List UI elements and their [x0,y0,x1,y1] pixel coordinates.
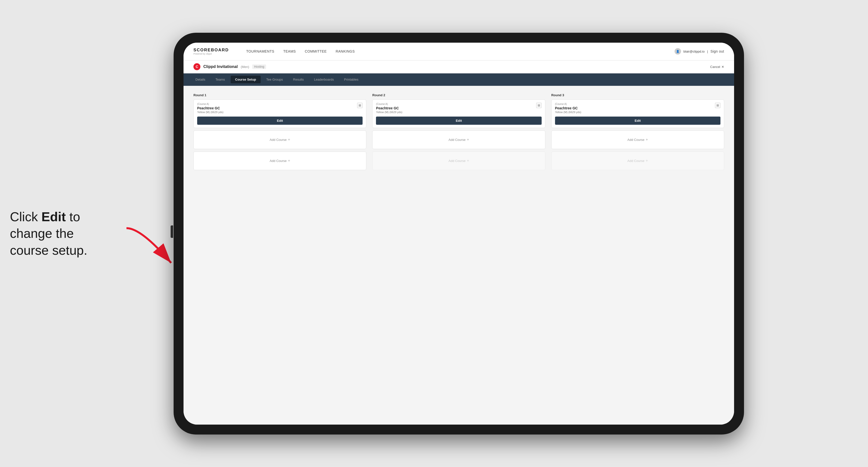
round-2-course-details: Yellow (M) (6629 yds) [376,111,536,114]
round-1-delete-button[interactable]: ⊞ [357,103,363,108]
user-email: blair@clippd.io [683,50,705,53]
round-1-add-course-2[interactable]: Add Course + [193,152,366,170]
nav-links: TOURNAMENTS TEAMS COMMITTEE RANKINGS [246,49,662,53]
separator: | [707,50,708,53]
round-2-card-header: (Course A) Peachtree GC Yellow (M) (6629… [376,103,541,114]
nav-teams[interactable]: TEAMS [283,49,296,53]
round-1-course-name: Peachtree GC [197,106,357,110]
plus-icon-2: + [288,158,290,163]
cancel-button[interactable]: Cancel ✕ [710,65,724,69]
round-3-delete-button[interactable]: ⊞ [715,103,720,108]
tab-course-setup[interactable]: Course Setup [230,75,261,83]
plus-icon-5: + [646,137,648,142]
tab-results[interactable]: Results [289,75,308,83]
round-2-add-text-2: Add Course + [448,158,469,163]
cancel-label: Cancel [710,65,720,69]
scoreboard-logo: SCOREBOARD [193,48,229,53]
nav-committee[interactable]: COMMITTEE [305,49,327,53]
round-2-course-card: (Course A) Peachtree GC Yellow (M) (6629… [372,99,545,128]
tablet-device: SCOREBOARD Powered by clippd TOURNAMENTS… [174,33,744,435]
round-1-add-course-1[interactable]: Add Course + [193,130,366,149]
tournament-title-area: C Clippd Invitational (Men) Hosting [193,63,266,70]
clippd-logo: C [193,63,200,70]
tab-bar: Details Teams Course Setup Tee Groups Re… [184,73,734,86]
top-nav: SCOREBOARD Powered by clippd TOURNAMENTS… [184,43,734,61]
plus-icon-4: + [467,158,469,163]
tablet-screen: SCOREBOARD Powered by clippd TOURNAMENTS… [184,43,734,425]
round-2-course-tag: (Course A) [376,103,536,105]
round-3-add-text-1: Add Course + [627,137,648,142]
hosting-badge: Hosting [252,64,266,69]
round-1-label: Round 1 [193,93,366,97]
tab-teams[interactable]: Teams [211,75,229,83]
round-1-card-header: (Course A) Peachtree GC Yellow (M) (6629… [197,103,363,114]
user-area: 👤 blair@clippd.io | Sign out [675,48,724,55]
round-3-label: Round 3 [551,93,724,97]
tournament-gender: (Men) [241,65,249,69]
tab-details[interactable]: Details [191,75,210,83]
round-2-add-text-1: Add Course + [448,137,469,142]
plus-icon-1: + [288,137,290,142]
round-2-add-course-2: Add Course + [372,152,545,170]
sign-out-link[interactable]: Sign out [711,49,724,53]
user-avatar: 👤 [675,48,681,55]
round-2-column: Round 2 (Course A) Peachtree GC Yellow (… [372,93,545,173]
round-1-add-text-1: Add Course + [270,137,290,142]
logo-subtitle: Powered by clippd [193,53,229,55]
tab-leaderboards[interactable]: Leaderboards [310,75,338,83]
round-3-column: Round 3 (Course A) Peachtree GC Yellow (… [551,93,724,173]
main-content: Round 1 (Course A) Peachtree GC Yellow (… [184,86,734,425]
tournament-header: C Clippd Invitational (Men) Hosting Canc… [184,61,734,73]
cancel-icon: ✕ [721,65,724,69]
round-2-label: Round 2 [372,93,545,97]
round-1-edit-button[interactable]: Edit [197,117,363,125]
tournament-name: Clippd Invitational [204,64,238,69]
round-1-add-text-2: Add Course + [270,158,290,163]
round-3-edit-button[interactable]: Edit [555,117,720,125]
round-3-add-course-1[interactable]: Add Course + [551,130,724,149]
round-3-course-details: Yellow (M) (6629 yds) [555,111,715,114]
round-2-add-course-1[interactable]: Add Course + [372,130,545,149]
round-2-course-name: Peachtree GC [376,106,536,110]
bold-edit: Edit [41,209,66,224]
nav-rankings[interactable]: RANKINGS [336,49,354,53]
round-2-course-info: (Course A) Peachtree GC Yellow (M) (6629… [376,103,536,114]
rounds-grid: Round 1 (Course A) Peachtree GC Yellow (… [193,93,724,173]
tablet-side-button [170,225,173,238]
round-3-card-header: (Course A) Peachtree GC Yellow (M) (6629… [555,103,720,114]
instruction-text: Click Edit to change the course setup. [10,208,87,259]
tab-tee-groups[interactable]: Tee Groups [262,75,287,83]
round-3-course-info: (Course A) Peachtree GC Yellow (M) (6629… [555,103,715,114]
round-1-course-tag: (Course A) [197,103,357,105]
round-3-course-name: Peachtree GC [555,106,715,110]
round-1-course-details: Yellow (M) (6629 yds) [197,111,357,114]
plus-icon-3: + [467,137,469,142]
round-1-course-card: (Course A) Peachtree GC Yellow (M) (6629… [193,99,366,128]
round-2-delete-button[interactable]: ⊞ [536,103,541,108]
round-3-course-tag: (Course A) [555,103,715,105]
tab-printables[interactable]: Printables [340,75,363,83]
round-3-add-text-2: Add Course + [627,158,648,163]
round-3-course-card: (Course A) Peachtree GC Yellow (M) (6629… [551,99,724,128]
round-1-column: Round 1 (Course A) Peachtree GC Yellow (… [193,93,366,173]
round-3-add-course-2: Add Course + [551,152,724,170]
logo-area: SCOREBOARD Powered by clippd [193,48,229,55]
round-1-course-info: (Course A) Peachtree GC Yellow (M) (6629… [197,103,357,114]
nav-tournaments[interactable]: TOURNAMENTS [246,49,274,53]
plus-icon-6: + [646,158,648,163]
round-2-edit-button[interactable]: Edit [376,117,541,125]
